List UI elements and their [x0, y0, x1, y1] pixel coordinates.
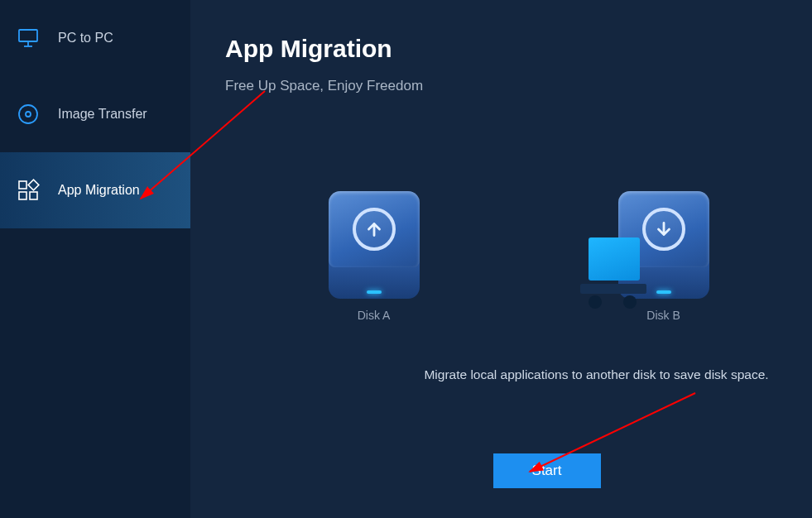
sidebar-item-app-migration[interactable]: App Migration [0, 152, 190, 228]
grid-icon [17, 179, 40, 202]
monitor-icon [17, 26, 40, 50]
description-text: Migrate local applications to another di… [381, 367, 812, 382]
main-panel: App Migration Free Up Space, Enjoy Freed… [190, 0, 812, 518]
disk-visual: Disk A Disk B [225, 190, 812, 323]
disk-a-block: Disk A [324, 191, 424, 322]
arrow-down-icon [642, 208, 685, 251]
svg-point-3 [19, 105, 37, 123]
sidebar: PC to PC Image Transfer App Migration [0, 0, 190, 518]
disk-a-label: Disk A [358, 309, 391, 322]
page-title: App Migration [225, 35, 812, 63]
waveform-decoration [225, 237, 812, 266]
svg-rect-0 [19, 30, 37, 41]
start-button[interactable]: Start [493, 453, 601, 488]
page-subtitle: Free Up Space, Enjoy Freedom [225, 78, 812, 94]
disc-icon [17, 103, 40, 126]
cart-icon [580, 237, 646, 309]
sidebar-item-image-transfer[interactable]: Image Transfer [0, 76, 190, 152]
arrow-up-icon [353, 208, 396, 251]
svg-rect-8 [28, 180, 39, 190]
svg-point-4 [26, 112, 31, 117]
sidebar-item-pc-to-pc[interactable]: PC to PC [0, 0, 190, 76]
start-button-label: Start [532, 463, 562, 479]
disk-b-icon [618, 191, 709, 299]
svg-rect-5 [19, 181, 26, 189]
svg-rect-7 [30, 192, 37, 199]
disk-a-icon [329, 191, 420, 299]
disk-b-block: Disk B [614, 191, 714, 322]
sidebar-item-label: PC to PC [58, 31, 113, 46]
sidebar-item-label: App Migration [58, 183, 140, 198]
sidebar-item-label: Image Transfer [58, 107, 147, 122]
svg-rect-6 [19, 192, 26, 199]
disk-b-label: Disk B [646, 309, 680, 322]
